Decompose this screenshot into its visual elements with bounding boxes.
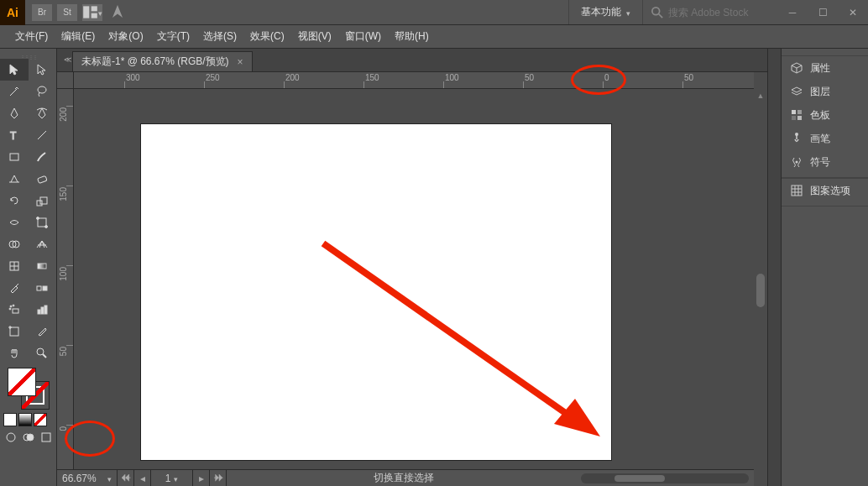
menu-item[interactable]: 窗口(W) xyxy=(338,25,388,48)
next-artboard-button[interactable]: ▸ xyxy=(193,470,210,487)
svg-point-44 xyxy=(795,133,798,136)
close-button[interactable]: ✕ xyxy=(838,0,868,25)
screen-mode[interactable] xyxy=(39,430,53,445)
menu-item[interactable]: 帮助(H) xyxy=(388,25,436,48)
draw-behind[interactable] xyxy=(21,430,35,445)
panel-item-label: 图层 xyxy=(810,85,830,99)
draw-normal[interactable] xyxy=(3,430,18,445)
zoom-value: 66.67% xyxy=(62,473,97,484)
menu-item[interactable]: 编辑(E) xyxy=(55,25,102,48)
color-mode-gradient[interactable] xyxy=(18,413,32,426)
artboard-tool[interactable] xyxy=(0,321,29,342)
ai-logo: Ai xyxy=(0,0,25,25)
fill-swatch[interactable] xyxy=(8,368,36,396)
panel-item-brush[interactable]: 画笔 xyxy=(782,127,868,150)
tab-collapse-button[interactable]: ≪ xyxy=(62,48,72,71)
svg-rect-11 xyxy=(37,201,42,206)
menu-item[interactable]: 选择(S) xyxy=(196,25,243,48)
shaper-tool[interactable] xyxy=(0,168,29,190)
direct-selection-tool[interactable] xyxy=(29,59,57,81)
ruler-origin[interactable] xyxy=(57,72,74,89)
curvature-tool[interactable] xyxy=(29,102,57,124)
magic-wand-tool[interactable] xyxy=(0,81,29,102)
maximize-button[interactable]: ☐ xyxy=(808,0,838,25)
pen-tool[interactable] xyxy=(0,102,29,124)
selection-tool[interactable] xyxy=(0,59,29,81)
status-hint: 切换直接选择 xyxy=(227,471,581,485)
horizontal-ruler[interactable]: 30025020015010050050 xyxy=(74,72,754,89)
prev-artboard-button[interactable]: ◂ xyxy=(134,470,151,487)
arrange-docs-button[interactable] xyxy=(82,4,102,21)
panel-item-symbol[interactable]: 符号 xyxy=(782,150,868,174)
panel-group: 图案选项 xyxy=(782,178,868,206)
shape-builder-tool[interactable] xyxy=(0,233,29,255)
scroll-up-arrow[interactable]: ▲ xyxy=(754,89,767,102)
eraser-tool[interactable] xyxy=(29,168,57,190)
artboard-number-field[interactable]: 1 xyxy=(151,470,193,486)
artboard[interactable] xyxy=(141,124,611,460)
svg-rect-24 xyxy=(13,309,18,313)
hand-tool[interactable] xyxy=(0,342,29,364)
panel-item-pattern[interactable]: 图案选项 xyxy=(782,179,868,202)
vertical-ruler[interactable]: 200150100500 xyxy=(57,89,74,469)
first-artboard-button[interactable]: ⯬ xyxy=(118,470,134,487)
color-mode-solid[interactable] xyxy=(3,413,17,426)
svg-point-38 xyxy=(27,434,34,441)
horizontal-scrollbar[interactable] xyxy=(581,473,749,483)
menu-item[interactable]: 文件(F) xyxy=(8,25,55,48)
zoom-dropdown[interactable]: 66.67% xyxy=(57,470,118,486)
blend-tool[interactable] xyxy=(29,277,57,299)
gpu-indicator xyxy=(107,4,128,21)
minimize-button[interactable]: ─ xyxy=(777,0,808,25)
tab-close-button[interactable]: × xyxy=(238,56,243,68)
color-mode-none[interactable] xyxy=(34,413,47,426)
workspace-dropdown[interactable]: 基本功能 xyxy=(568,0,643,24)
menu-item[interactable]: 效果(C) xyxy=(243,25,291,48)
scroll-thumb[interactable] xyxy=(614,475,665,482)
stock-button[interactable]: St xyxy=(57,4,77,21)
chevron-down-icon xyxy=(107,473,112,484)
stock-search[interactable] xyxy=(643,7,777,18)
panel-item-swatches[interactable]: 色板 xyxy=(782,103,868,127)
menu-item[interactable]: 视图(V) xyxy=(291,25,338,48)
rectangle-tool[interactable] xyxy=(0,146,29,168)
panel-item-label: 属性 xyxy=(810,61,830,76)
bridge-button[interactable]: Br xyxy=(32,4,52,21)
last-artboard-button[interactable]: ⯮ xyxy=(210,470,227,487)
scroll-thumb[interactable] xyxy=(756,274,765,307)
screen-mode-row xyxy=(0,428,56,447)
canvas-viewport[interactable] xyxy=(74,89,754,469)
search-input[interactable] xyxy=(668,7,769,18)
svg-rect-13 xyxy=(38,218,46,227)
eyedropper-tool[interactable] xyxy=(0,277,29,299)
search-icon xyxy=(651,7,663,18)
column-graph-tool[interactable] xyxy=(29,299,57,321)
app-bar: Ai Br St 基本功能 ─ ☐ ✕ xyxy=(0,0,868,25)
panel-item-cube[interactable]: 属性 xyxy=(782,56,868,80)
svg-rect-42 xyxy=(792,116,796,120)
rocket-icon xyxy=(107,3,128,23)
menu-item[interactable]: 文字(T) xyxy=(150,25,196,48)
menu-item[interactable]: 对象(O) xyxy=(102,25,149,48)
vertical-scrollbar[interactable]: ▲ xyxy=(754,89,767,469)
slice-tool[interactable] xyxy=(29,321,57,342)
free-transform-tool[interactable] xyxy=(29,212,57,233)
width-tool[interactable] xyxy=(0,212,29,233)
type-tool[interactable]: T xyxy=(0,124,29,146)
scale-tool[interactable] xyxy=(29,190,57,212)
lasso-tool[interactable] xyxy=(29,81,57,102)
rotate-tool[interactable] xyxy=(0,190,29,212)
panel-item-layers[interactable]: 图层 xyxy=(782,80,868,103)
panel-grip[interactable] xyxy=(782,49,868,55)
paintbrush-tool[interactable] xyxy=(29,146,57,168)
perspective-grid-tool[interactable] xyxy=(29,233,57,255)
document-tab[interactable]: 未标题-1* @ 66.67% (RGB/预览) × xyxy=(72,51,253,71)
mesh-tool[interactable] xyxy=(0,255,29,277)
right-dock-strip[interactable] xyxy=(767,49,781,486)
line-tool[interactable] xyxy=(29,124,57,146)
gradient-tool[interactable] xyxy=(29,255,57,277)
zoom-tool[interactable] xyxy=(29,342,57,364)
layers-icon xyxy=(790,85,803,98)
fill-stroke-indicator[interactable] xyxy=(8,368,50,410)
symbol-sprayer-tool[interactable] xyxy=(0,299,29,321)
